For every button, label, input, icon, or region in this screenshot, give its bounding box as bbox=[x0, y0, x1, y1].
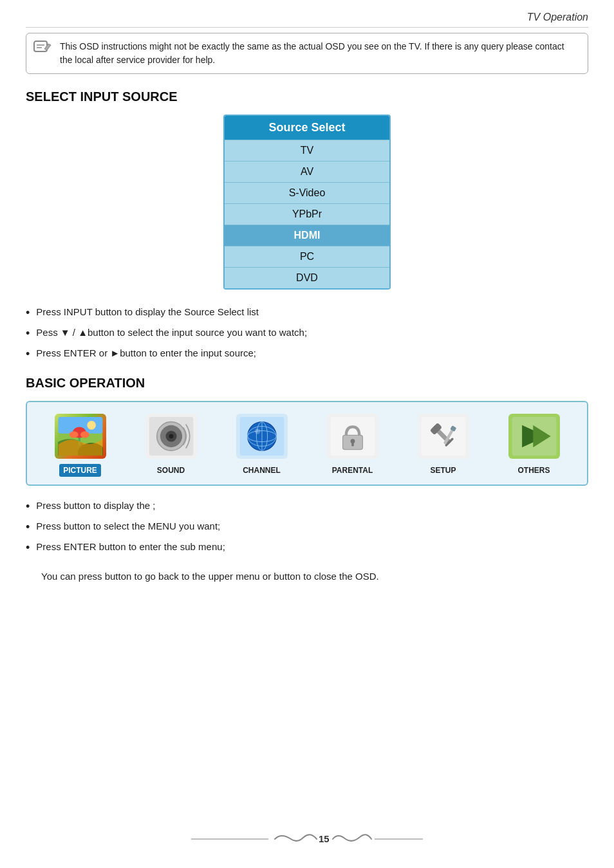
basic-operation-title: BASIC OPERATION bbox=[26, 376, 588, 391]
source-item-hdmi[interactable]: HDMI bbox=[225, 225, 389, 246]
bullet-basic-2: Press button to select the MENU you want… bbox=[26, 519, 588, 536]
svg-rect-27 bbox=[351, 442, 353, 447]
source-item-tv[interactable]: TV bbox=[225, 140, 389, 161]
parental-icon bbox=[327, 414, 378, 459]
source-item-ypbpr[interactable]: YPbPr bbox=[225, 203, 389, 225]
note-box: This OSD instructions might not be exact… bbox=[26, 33, 588, 74]
page-footer: 15 bbox=[0, 829, 614, 849]
svg-point-16 bbox=[169, 434, 173, 439]
basic-operation-bullets: Press button to display the ; Press butt… bbox=[26, 499, 588, 557]
note-text: This OSD instructions might not be exact… bbox=[60, 41, 564, 65]
channel-icon bbox=[236, 414, 288, 459]
menu-item-sound[interactable]: SOUND bbox=[126, 414, 216, 477]
source-select-container: Source Select TV AV S-Video YPbPr HDMI P… bbox=[26, 115, 588, 290]
source-select-menu: Source Select TV AV S-Video YPbPr HDMI P… bbox=[223, 115, 391, 290]
bullet-input-2: Pess ▼ / ▲button to select the input sou… bbox=[26, 326, 588, 342]
others-label: OTHERS bbox=[514, 464, 554, 477]
channel-label: CHANNEL bbox=[239, 464, 284, 477]
picture-icon bbox=[55, 414, 106, 459]
sound-icon bbox=[145, 414, 197, 459]
input-source-bullets: Press INPUT button to display the Source… bbox=[26, 305, 588, 363]
bullet-basic-1: Press button to display the ; bbox=[26, 499, 588, 515]
source-item-av[interactable]: AV bbox=[225, 161, 389, 182]
source-item-dvd[interactable]: DVD bbox=[225, 267, 389, 288]
others-icon bbox=[508, 414, 560, 459]
extra-text: You can press button to go back to the u… bbox=[41, 569, 588, 584]
picture-label: PICTURE bbox=[59, 464, 101, 477]
setup-label: SETUP bbox=[426, 464, 460, 477]
select-input-source-title: SELECT INPUT SOURCE bbox=[26, 89, 588, 104]
menu-item-others[interactable]: OTHERS bbox=[488, 414, 579, 477]
page-title: TV Operation bbox=[527, 12, 588, 23]
source-select-header: Source Select bbox=[225, 116, 389, 140]
svg-point-23 bbox=[254, 429, 260, 434]
note-icon bbox=[33, 39, 53, 65]
sound-label: SOUND bbox=[153, 464, 189, 477]
setup-icon bbox=[418, 414, 469, 459]
menu-item-picture[interactable]: PICTURE bbox=[35, 414, 126, 477]
page-header: TV Operation bbox=[0, 0, 614, 27]
svg-point-5 bbox=[87, 421, 96, 430]
menu-item-channel[interactable]: CHANNEL bbox=[216, 414, 307, 477]
menu-panel: PICTURE SOUND bbox=[26, 401, 588, 486]
bullet-input-1: Press INPUT button to display the Source… bbox=[26, 305, 588, 322]
svg-point-11 bbox=[80, 431, 89, 438]
svg-text:15: 15 bbox=[319, 833, 330, 844]
source-item-pc[interactable]: PC bbox=[225, 246, 389, 267]
svg-rect-0 bbox=[34, 41, 47, 51]
menu-item-setup[interactable]: SETUP bbox=[398, 414, 488, 477]
footer-decoration-left: 15 bbox=[191, 829, 423, 849]
source-item-svideo[interactable]: S-Video bbox=[225, 182, 389, 203]
parental-label: PARENTAL bbox=[328, 464, 377, 477]
svg-point-10 bbox=[69, 431, 78, 438]
menu-item-parental[interactable]: PARENTAL bbox=[307, 414, 398, 477]
bullet-basic-3: Press ENTER button to enter the sub menu… bbox=[26, 540, 588, 557]
bullet-input-3: Press ENTER or ►button to enter the inpu… bbox=[26, 346, 588, 363]
